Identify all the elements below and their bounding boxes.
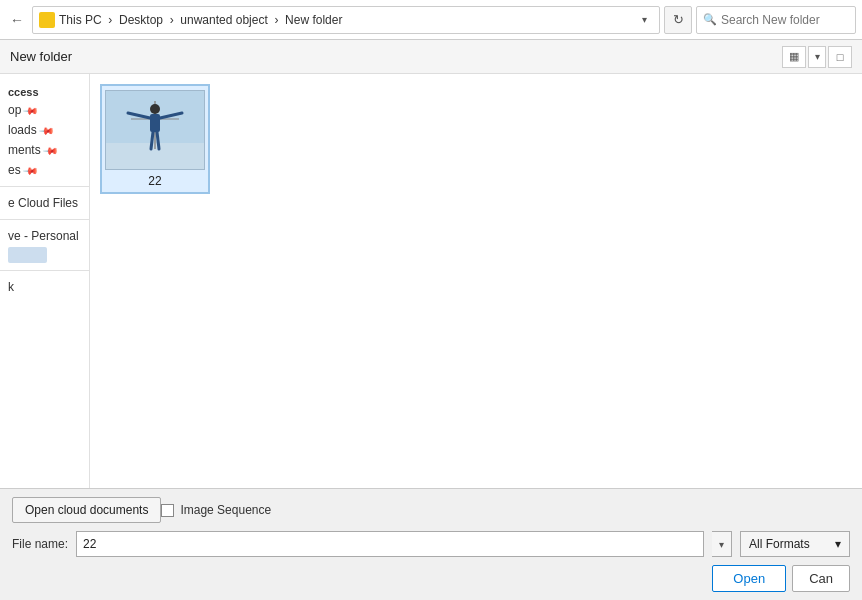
file-thumbnail-22	[105, 90, 205, 170]
sidebar: ccess op 📌 loads 📌 ments 📌 es 📌 e Cloud …	[0, 74, 90, 488]
image-sequence-checkbox[interactable]	[161, 504, 174, 517]
search-icon: 🔍	[703, 13, 717, 26]
format-dropdown[interactable]: All Formats ▾	[740, 531, 850, 557]
file-item-22[interactable]: 22	[100, 84, 210, 194]
sidebar-item-cloud-files[interactable]: e Cloud Files	[0, 193, 89, 213]
address-path-container[interactable]: This PC › Desktop › unwanted object › Ne…	[32, 6, 660, 34]
sidebar-item-network[interactable]: k	[0, 277, 89, 297]
path-text: This PC › Desktop › unwanted object › Ne…	[59, 13, 631, 27]
file-name-dropdown-button[interactable]: ▾	[712, 531, 732, 557]
bottom-row2: File name: ▾ All Formats ▾	[12, 531, 850, 557]
search-box[interactable]: 🔍	[696, 6, 856, 34]
file-area: 22	[90, 74, 862, 488]
file-label-22: 22	[148, 174, 161, 188]
refresh-button[interactable]: ↻	[664, 6, 692, 34]
expand-button[interactable]: □	[828, 46, 852, 68]
image-sequence-label[interactable]: Image Sequence	[161, 503, 271, 517]
onedrive-highlight	[8, 247, 47, 263]
pin-icon: 📌	[39, 122, 55, 138]
bottom-row1: Open cloud documents Image Sequence	[12, 497, 850, 523]
nav-back-button[interactable]: ←	[6, 9, 28, 31]
pin-icon: 📌	[43, 142, 59, 158]
folder-icon	[39, 12, 55, 28]
image-sequence-text: Image Sequence	[180, 503, 271, 517]
search-input[interactable]	[721, 13, 841, 27]
svg-point-4	[150, 104, 160, 114]
view-toggle-button[interactable]: ▦	[782, 46, 806, 68]
pin-icon: 📌	[23, 162, 39, 178]
cancel-button[interactable]: Can	[792, 565, 850, 592]
toolbar: New folder ▦ ▾ □	[0, 40, 862, 74]
format-chevron-icon: ▾	[835, 537, 841, 551]
sidebar-item-downloads[interactable]: loads 📌	[0, 120, 89, 140]
quick-access-title: ccess	[0, 82, 89, 100]
format-label: All Formats	[749, 537, 810, 551]
folder-title: New folder	[10, 49, 72, 64]
open-button[interactable]: Open	[712, 565, 786, 592]
view-controls: ▦ ▾ □	[782, 46, 852, 68]
main-area: ccess op 📌 loads 📌 ments 📌 es 📌 e Cloud …	[0, 74, 862, 488]
svg-rect-5	[150, 114, 160, 132]
svg-line-8	[151, 132, 153, 149]
bottom-bar: Open cloud documents Image Sequence File…	[0, 488, 862, 600]
open-cloud-button[interactable]: Open cloud documents	[12, 497, 161, 523]
file-name-input[interactable]	[76, 531, 704, 557]
svg-line-9	[157, 132, 159, 149]
sidebar-item-desktop[interactable]: op 📌	[0, 100, 89, 120]
file-name-label: File name:	[12, 537, 68, 551]
sidebar-item-onedrive[interactable]: ve - Personal	[0, 226, 89, 246]
sidebar-divider-2	[0, 219, 89, 220]
path-dropdown-button[interactable]: ▾	[635, 11, 653, 29]
pin-icon: 📌	[23, 102, 39, 118]
sidebar-divider-1	[0, 186, 89, 187]
view-dropdown-button[interactable]: ▾	[808, 46, 826, 68]
sidebar-divider-3	[0, 270, 89, 271]
sidebar-item-documents[interactable]: ments 📌	[0, 140, 89, 160]
address-bar: ← This PC › Desktop › unwanted object › …	[0, 0, 862, 40]
bottom-row3: Open Can	[12, 565, 850, 592]
sidebar-item-pictures[interactable]: es 📌	[0, 160, 89, 180]
